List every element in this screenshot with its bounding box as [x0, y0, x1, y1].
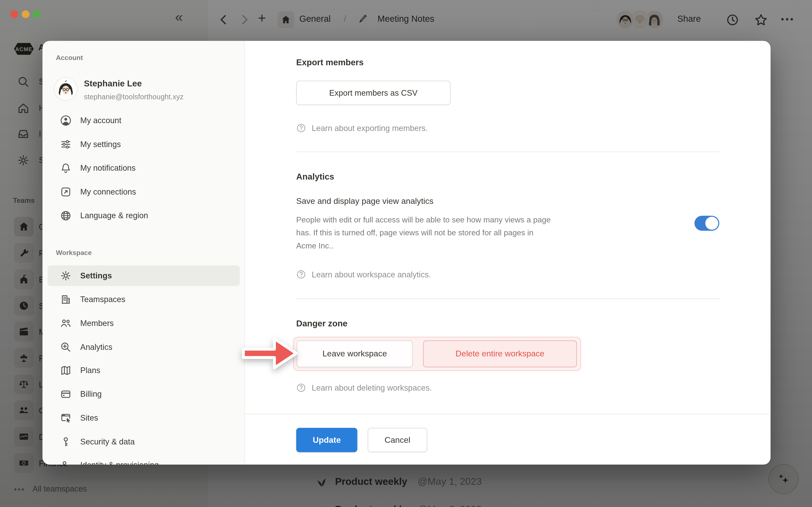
window: ACME A S H I S Teams G P E	[0, 0, 812, 507]
nav-item-settings[interactable]: Settings	[48, 265, 240, 286]
nav-item-sites[interactable]: Sites	[48, 408, 240, 429]
user-avatar	[54, 77, 77, 100]
export-members-heading: Export members	[296, 57, 364, 67]
nav-item-members[interactable]: Members	[48, 313, 240, 334]
user-email: stephanie@toolsforthought.xyz	[84, 93, 184, 101]
leave-workspace-button[interactable]: Leave workspace	[297, 340, 413, 367]
nav-item-my-settings[interactable]: My settings	[48, 134, 240, 155]
arrow-up-right-box-icon	[60, 186, 71, 198]
current-user[interactable]: Stephanie Lee stephanie@toolsforthought.…	[54, 77, 184, 101]
question-circle-icon	[296, 123, 306, 133]
nav-item-teamspaces[interactable]: Teamspaces	[48, 289, 240, 310]
nav-item-plans[interactable]: Plans	[48, 360, 240, 381]
question-circle-icon	[296, 383, 306, 393]
minimize-window-button[interactable]	[21, 10, 30, 18]
window-controls	[10, 10, 40, 18]
credit-card-icon	[60, 389, 71, 400]
export-members-csv-button[interactable]: Export members as CSV	[296, 81, 451, 105]
delete-workspace-button[interactable]: Delete entire workspace	[423, 340, 577, 367]
settings-modal: Account Stephanie Lee stephanie@toolsfor…	[43, 41, 770, 464]
cancel-button[interactable]: Cancel	[368, 428, 427, 452]
workspace-section-heading: Workspace	[56, 249, 92, 257]
nav-item-analytics[interactable]: Analytics	[48, 337, 240, 357]
settings-content: Export members Export members as CSV Lea…	[245, 41, 770, 464]
nav-item-my-notifications[interactable]: My notifications	[48, 158, 240, 178]
browser-cursor-icon	[60, 412, 71, 424]
user-name: Stephanie Lee	[84, 78, 184, 89]
close-window-button[interactable]	[10, 10, 18, 18]
export-help-link[interactable]: Learn about exporting members.	[296, 123, 428, 133]
analytics-setting-description: People with edit or full access will be …	[296, 213, 551, 252]
key-icon	[60, 436, 71, 447]
two-people-icon	[60, 318, 71, 329]
nav-item-my-connections[interactable]: My connections	[48, 182, 240, 203]
globe-icon	[60, 210, 71, 221]
annotation-arrow-icon	[241, 334, 299, 373]
account-section-heading: Account	[56, 54, 83, 62]
magnifier-plus-icon	[60, 341, 71, 353]
update-button[interactable]: Update	[296, 428, 357, 452]
person-gear-icon	[60, 459, 71, 464]
zoom-window-button[interactable]	[33, 10, 40, 18]
analytics-toggle-on[interactable]	[695, 216, 719, 231]
danger-zone-heading: Danger zone	[296, 319, 348, 329]
settings-nav-panel: Account Stephanie Lee stephanie@toolsfor…	[43, 41, 245, 464]
gear-icon	[60, 270, 71, 281]
section-divider	[296, 152, 719, 152]
question-circle-icon	[296, 270, 306, 279]
analytics-heading: Analytics	[296, 172, 334, 182]
section-divider	[296, 298, 719, 299]
analytics-help-link[interactable]: Learn about workspace analytics.	[296, 270, 431, 279]
toggle-knob	[705, 217, 718, 230]
person-circle-icon	[60, 115, 71, 126]
nav-item-language-region[interactable]: Language & region	[48, 205, 240, 226]
app-stage: ACME A S H I S Teams G P E	[0, 0, 812, 507]
office-building-icon	[60, 294, 71, 305]
sliders-icon	[60, 138, 71, 150]
analytics-setting-title: Save and display page view analytics	[296, 197, 434, 206]
footer-divider	[245, 414, 770, 414]
bell-icon	[60, 162, 71, 174]
nav-item-billing[interactable]: Billing	[48, 384, 240, 404]
nav-item-my-account[interactable]: My account	[48, 110, 240, 131]
nav-item-security-data[interactable]: Security & data	[48, 431, 240, 452]
danger-help-link[interactable]: Learn about deleting workspaces.	[296, 383, 432, 393]
folded-map-icon	[60, 365, 71, 376]
nav-item-identity-provisioning[interactable]: Identity & provisioning	[48, 455, 240, 465]
